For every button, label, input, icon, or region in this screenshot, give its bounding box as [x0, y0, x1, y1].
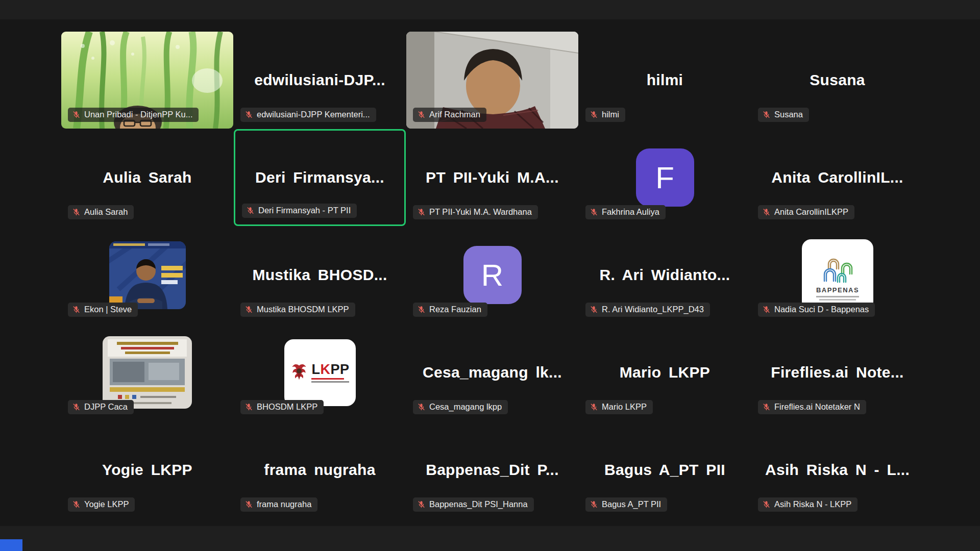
participant-tile-anita-carollin[interactable]: Anita CarollinIL... Anita CarollinILKPP	[751, 129, 923, 226]
participant-tile-edwilusiani[interactable]: edwilusiani-DJP... edwilusiani-DJPP Keme…	[234, 32, 406, 129]
participant-name-label: Anita CarollinILKPP	[758, 205, 854, 219]
mic-muted-icon	[417, 500, 426, 509]
participant-name-label: Bagus A_PT PII	[585, 497, 667, 512]
participant-tile-unan-pribadi[interactable]: Unan Pribadi - DitjenPP Ku...	[61, 32, 233, 129]
mic-muted-icon	[244, 305, 253, 314]
participant-label-text: Yogie LKPP	[84, 499, 129, 509]
participant-name-label: Arif Rachman	[413, 108, 486, 122]
participant-label-text: BHOSDM LKPP	[257, 402, 317, 412]
participant-name-label: Yogie LKPP	[68, 497, 135, 512]
participant-tile-arif-rachman[interactable]: Arif Rachman	[406, 32, 578, 129]
mic-muted-icon	[762, 110, 771, 119]
participant-tile-reza-fauzian[interactable]: R Reza Fauzian	[406, 227, 578, 323]
participant-label-text: Arif Rachman	[429, 110, 480, 119]
participant-label-text: frama nugraha	[257, 499, 311, 509]
participant-label-text: PT PII-Yuki M.A. Wardhana	[429, 207, 532, 217]
lkpp-logo-avatar: LKPP	[284, 339, 356, 406]
mic-muted-icon	[590, 305, 598, 314]
participant-name-label: Fakhrina Auliya	[585, 205, 666, 219]
bappenas-logo-text: BAPPENAS	[816, 286, 859, 294]
participant-name-label: Mario LKPP	[585, 400, 653, 414]
participant-tile-hilmi[interactable]: hilmi hilmi	[579, 32, 751, 129]
mic-muted-icon	[72, 500, 81, 509]
participant-tile-bappenas-hanna[interactable]: Bappenas_Dit P... Bappenas_Dit PSI_Hanna	[406, 421, 578, 518]
mic-muted-icon	[417, 110, 426, 119]
participant-label-text: Bappenas_Dit PSI_Hanna	[429, 499, 528, 509]
participant-tile-nadia-suci[interactable]: BAPPENAS Nadia Suci D - Bappenas	[751, 227, 923, 323]
participant-tile-bagus-pt-pii[interactable]: Bagus A_PT PII Bagus A_PT PII	[579, 421, 751, 518]
avatar-initial: F	[636, 148, 694, 207]
taskbar-accent	[0, 539, 22, 551]
mic-muted-icon	[590, 500, 598, 509]
avatar-initial: R	[463, 246, 522, 304]
participant-name-label: Ekon | Steve	[68, 303, 138, 317]
participant-label-text: Cesa_magang lkpp	[429, 402, 502, 412]
mic-muted-icon	[244, 110, 253, 119]
lkpp-logo-text: LKPP	[311, 363, 349, 377]
participant-tile-mustika-bhosdm[interactable]: Mustika BHOSD... Mustika BHOSDM LKPP	[234, 227, 406, 323]
mic-muted-icon	[72, 208, 81, 216]
mic-muted-icon	[246, 206, 255, 215]
participant-name-label: frama nugraha	[240, 497, 317, 512]
mic-muted-icon	[762, 403, 771, 411]
participant-tile-aulia-sarah[interactable]: Aulia Sarah Aulia Sarah	[61, 129, 233, 226]
participant-tile-deri-firmansyah[interactable]: Deri Firmansya... Deri Firmansyah - PT P…	[234, 129, 406, 226]
participant-name-label: Deri Firmansyah - PT PII	[242, 204, 357, 218]
participant-label-text: Unan Pribadi - DitjenPP Ku...	[84, 110, 192, 119]
participant-name-label: Susana	[758, 108, 809, 122]
participant-tile-pt-pii-yuki[interactable]: PT PII-Yuki M.A... PT PII-Yuki M.A. Ward…	[406, 129, 578, 226]
participant-name-label: DJPP Caca	[68, 400, 134, 414]
participant-tile-fireflies[interactable]: Fireflies.ai Note... Fireflies.ai Noteta…	[751, 324, 923, 421]
window-bottom-strip	[0, 526, 980, 551]
participant-name-label: Asih Riska N - LKPP	[758, 497, 857, 512]
lkpp-tagline-red	[311, 378, 344, 380]
participant-tile-cesa-magang[interactable]: Cesa_magang lk... Cesa_magang lkpp	[406, 324, 578, 421]
participant-label-text: Fakhrina Auliya	[602, 207, 659, 217]
participant-label-text: Aulia Sarah	[84, 207, 128, 217]
mic-muted-icon	[244, 403, 253, 411]
mic-muted-icon	[590, 110, 598, 119]
mic-muted-icon	[590, 208, 598, 216]
participant-tile-bhosdm-lkpp[interactable]: LKPP BHOSDM LKPP	[234, 324, 406, 421]
participant-label-text: Nadia Suci D - Bappenas	[774, 305, 869, 314]
lkpp-tagline-gray	[311, 381, 349, 383]
participant-name-label: Cesa_magang lkpp	[413, 400, 508, 414]
mic-muted-icon	[417, 208, 426, 216]
participant-label-text: hilmi	[602, 110, 619, 119]
participant-name-label: Mustika BHOSDM LKPP	[240, 303, 355, 317]
participant-name-label: Reza Fauzian	[413, 303, 487, 317]
participant-tile-susana[interactable]: Susana Susana	[751, 32, 923, 129]
participant-label-text: Mustika BHOSDM LKPP	[257, 305, 349, 314]
participant-name-label: edwilusiani-DJPP Kementeri...	[240, 108, 376, 122]
mic-muted-icon	[590, 403, 598, 411]
participant-tile-fakhrina-auliya[interactable]: F Fakhrina Auliya	[579, 129, 751, 226]
participant-name-label: R. Ari Widianto_LKPP_D43	[585, 303, 710, 317]
participant-tile-mario-lkpp[interactable]: Mario LKPP Mario LKPP	[579, 324, 751, 421]
participant-label-text: Deri Firmansyah - PT PII	[258, 206, 351, 215]
mic-muted-icon	[417, 305, 426, 314]
participant-label-text: R. Ari Widianto_LKPP_D43	[602, 305, 704, 314]
participant-label-text: DJPP Caca	[84, 402, 128, 412]
participant-name-label: Nadia Suci D - Bappenas	[758, 303, 875, 317]
mic-muted-icon	[72, 305, 81, 314]
participant-label-text: Ekon | Steve	[84, 305, 132, 314]
participant-tile-yogie-lkpp[interactable]: Yogie LKPP Yogie LKPP	[61, 421, 233, 518]
garuda-eagle-icon	[290, 362, 308, 383]
participant-name-label: Bappenas_Dit PSI_Hanna	[413, 497, 534, 512]
participant-label-text: Fireflies.ai Notetaker N	[774, 402, 860, 412]
participant-tile-ekon-steve[interactable]: Ekon | Steve	[61, 227, 233, 323]
participant-label-text: Mario LKPP	[602, 402, 647, 412]
participant-label-text: Asih Riska N - LKPP	[774, 499, 851, 509]
mic-muted-icon	[762, 500, 771, 509]
bappenas-logo-avatar: BAPPENAS	[802, 239, 873, 311]
window-top-strip	[0, 0, 980, 19]
mic-muted-icon	[72, 403, 81, 411]
participant-tile-r-ari-widianto[interactable]: R. Ari Widianto... R. Ari Widianto_LKPP_…	[579, 227, 751, 323]
participant-tile-frama-nugraha[interactable]: frama nugraha frama nugraha	[234, 421, 406, 518]
participant-tile-asih-riska[interactable]: Asih Riska N - L... Asih Riska N - LKPP	[751, 421, 923, 518]
djpp-poster-avatar	[103, 336, 192, 409]
participant-label-text: Anita CarollinILKPP	[774, 207, 848, 217]
participant-tile-djpp-caca[interactable]: DJPP Caca	[61, 324, 233, 421]
ekon-steve-photo-avatar	[109, 241, 186, 309]
participant-label-text: Bagus A_PT PII	[602, 499, 661, 509]
